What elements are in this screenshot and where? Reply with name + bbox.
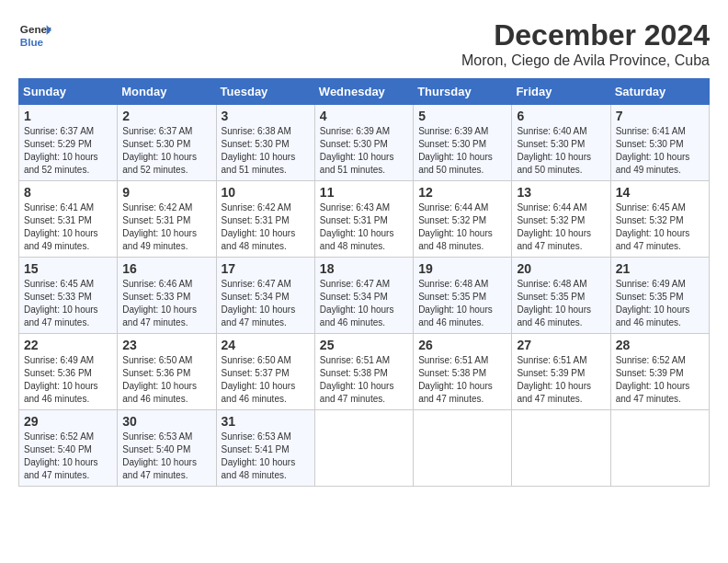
table-row: 30Sunrise: 6:53 AM Sunset: 5:40 PM Dayli… bbox=[118, 410, 216, 487]
col-sunday: Sunday bbox=[19, 79, 118, 105]
page-header: General Blue December 2024 Moron, Ciego … bbox=[18, 18, 710, 69]
day-info: Sunrise: 6:50 AM Sunset: 5:36 PM Dayligh… bbox=[122, 354, 210, 406]
table-row: 5Sunrise: 6:39 AM Sunset: 5:30 PM Daylig… bbox=[414, 105, 512, 181]
day-info: Sunrise: 6:53 AM Sunset: 5:41 PM Dayligh… bbox=[222, 431, 310, 482]
day-number: 2 bbox=[122, 109, 210, 123]
day-number: 21 bbox=[616, 261, 704, 276]
table-row: 17Sunrise: 6:47 AM Sunset: 5:34 PM Dayli… bbox=[216, 258, 314, 334]
day-number: 11 bbox=[320, 185, 408, 200]
calendar-week-row: 22Sunrise: 6:49 AM Sunset: 5:36 PM Dayli… bbox=[19, 334, 710, 410]
table-row: 9Sunrise: 6:42 AM Sunset: 5:31 PM Daylig… bbox=[118, 181, 216, 258]
table-row: 2Sunrise: 6:37 AM Sunset: 5:30 PM Daylig… bbox=[118, 105, 216, 181]
table-row: 23Sunrise: 6:50 AM Sunset: 5:36 PM Dayli… bbox=[118, 334, 216, 410]
day-number: 13 bbox=[517, 185, 605, 200]
day-number: 9 bbox=[122, 185, 210, 200]
day-info: Sunrise: 6:42 AM Sunset: 5:31 PM Dayligh… bbox=[222, 201, 310, 253]
day-number: 6 bbox=[517, 109, 605, 123]
day-number: 19 bbox=[418, 261, 506, 276]
table-row: 29Sunrise: 6:52 AM Sunset: 5:40 PM Dayli… bbox=[19, 410, 118, 487]
day-info: Sunrise: 6:52 AM Sunset: 5:39 PM Dayligh… bbox=[616, 354, 704, 406]
day-number: 12 bbox=[418, 185, 506, 200]
day-info: Sunrise: 6:48 AM Sunset: 5:35 PM Dayligh… bbox=[517, 278, 605, 329]
day-info: Sunrise: 6:41 AM Sunset: 5:31 PM Dayligh… bbox=[24, 201, 112, 253]
day-info: Sunrise: 6:51 AM Sunset: 5:38 PM Dayligh… bbox=[320, 354, 408, 406]
table-row: 3Sunrise: 6:38 AM Sunset: 5:30 PM Daylig… bbox=[216, 105, 314, 181]
day-number: 26 bbox=[418, 338, 506, 352]
table-row: 10Sunrise: 6:42 AM Sunset: 5:31 PM Dayli… bbox=[216, 181, 314, 258]
table-row: 25Sunrise: 6:51 AM Sunset: 5:38 PM Dayli… bbox=[314, 334, 413, 410]
table-row: 1Sunrise: 6:37 AM Sunset: 5:29 PM Daylig… bbox=[19, 105, 118, 181]
day-number: 8 bbox=[24, 185, 112, 200]
day-info: Sunrise: 6:40 AM Sunset: 5:30 PM Dayligh… bbox=[517, 125, 605, 177]
title-block: December 2024 Moron, Ciego de Avila Prov… bbox=[461, 18, 710, 69]
svg-text:Blue: Blue bbox=[20, 36, 44, 48]
table-row: 13Sunrise: 6:44 AM Sunset: 5:32 PM Dayli… bbox=[512, 181, 610, 258]
table-row: 8Sunrise: 6:41 AM Sunset: 5:31 PM Daylig… bbox=[19, 181, 118, 258]
col-tuesday: Tuesday bbox=[216, 79, 314, 105]
day-info: Sunrise: 6:37 AM Sunset: 5:30 PM Dayligh… bbox=[122, 125, 210, 177]
table-row: 31Sunrise: 6:53 AM Sunset: 5:41 PM Dayli… bbox=[216, 410, 314, 487]
day-number: 5 bbox=[418, 109, 506, 123]
col-monday: Monday bbox=[118, 79, 216, 105]
day-number: 17 bbox=[222, 261, 310, 276]
day-info: Sunrise: 6:46 AM Sunset: 5:33 PM Dayligh… bbox=[122, 278, 210, 329]
table-row bbox=[414, 410, 512, 487]
day-number: 14 bbox=[616, 185, 704, 200]
table-row bbox=[610, 410, 709, 487]
day-info: Sunrise: 6:52 AM Sunset: 5:40 PM Dayligh… bbox=[24, 431, 112, 482]
col-friday: Friday bbox=[512, 79, 610, 105]
table-row bbox=[512, 410, 610, 487]
day-number: 16 bbox=[122, 261, 210, 276]
table-row: 26Sunrise: 6:51 AM Sunset: 5:38 PM Dayli… bbox=[414, 334, 512, 410]
calendar-week-row: 29Sunrise: 6:52 AM Sunset: 5:40 PM Dayli… bbox=[19, 410, 710, 487]
col-wednesday: Wednesday bbox=[314, 79, 413, 105]
day-info: Sunrise: 6:51 AM Sunset: 5:38 PM Dayligh… bbox=[418, 354, 506, 406]
table-row bbox=[314, 410, 413, 487]
day-number: 25 bbox=[320, 338, 408, 352]
day-info: Sunrise: 6:47 AM Sunset: 5:34 PM Dayligh… bbox=[320, 278, 408, 329]
calendar-week-row: 8Sunrise: 6:41 AM Sunset: 5:31 PM Daylig… bbox=[19, 181, 710, 258]
table-row: 19Sunrise: 6:48 AM Sunset: 5:35 PM Dayli… bbox=[414, 258, 512, 334]
day-info: Sunrise: 6:39 AM Sunset: 5:30 PM Dayligh… bbox=[320, 125, 408, 177]
day-info: Sunrise: 6:49 AM Sunset: 5:36 PM Dayligh… bbox=[24, 354, 112, 406]
day-number: 10 bbox=[222, 185, 310, 200]
day-number: 3 bbox=[222, 109, 310, 123]
day-info: Sunrise: 6:53 AM Sunset: 5:40 PM Dayligh… bbox=[122, 431, 210, 482]
table-row: 28Sunrise: 6:52 AM Sunset: 5:39 PM Dayli… bbox=[610, 334, 709, 410]
day-number: 29 bbox=[24, 414, 112, 429]
table-row: 18Sunrise: 6:47 AM Sunset: 5:34 PM Dayli… bbox=[314, 258, 413, 334]
table-row: 15Sunrise: 6:45 AM Sunset: 5:33 PM Dayli… bbox=[19, 258, 118, 334]
table-row: 14Sunrise: 6:45 AM Sunset: 5:32 PM Dayli… bbox=[610, 181, 709, 258]
day-info: Sunrise: 6:44 AM Sunset: 5:32 PM Dayligh… bbox=[517, 201, 605, 253]
calendar-week-row: 15Sunrise: 6:45 AM Sunset: 5:33 PM Dayli… bbox=[19, 258, 710, 334]
logo: General Blue bbox=[18, 18, 51, 52]
table-row: 7Sunrise: 6:41 AM Sunset: 5:30 PM Daylig… bbox=[610, 105, 709, 181]
day-info: Sunrise: 6:50 AM Sunset: 5:37 PM Dayligh… bbox=[222, 354, 310, 406]
table-row: 24Sunrise: 6:50 AM Sunset: 5:37 PM Dayli… bbox=[216, 334, 314, 410]
location-title: Moron, Ciego de Avila Province, Cuba bbox=[461, 52, 710, 69]
calendar-week-row: 1Sunrise: 6:37 AM Sunset: 5:29 PM Daylig… bbox=[19, 105, 710, 181]
table-row: 21Sunrise: 6:49 AM Sunset: 5:35 PM Dayli… bbox=[610, 258, 709, 334]
day-number: 18 bbox=[320, 261, 408, 276]
col-thursday: Thursday bbox=[414, 79, 512, 105]
day-info: Sunrise: 6:44 AM Sunset: 5:32 PM Dayligh… bbox=[418, 201, 506, 253]
day-info: Sunrise: 6:45 AM Sunset: 5:32 PM Dayligh… bbox=[616, 201, 704, 253]
day-info: Sunrise: 6:51 AM Sunset: 5:39 PM Dayligh… bbox=[517, 354, 605, 406]
day-number: 31 bbox=[222, 414, 310, 429]
table-row: 11Sunrise: 6:43 AM Sunset: 5:31 PM Dayli… bbox=[314, 181, 413, 258]
table-row: 27Sunrise: 6:51 AM Sunset: 5:39 PM Dayli… bbox=[512, 334, 610, 410]
day-number: 20 bbox=[517, 261, 605, 276]
logo-icon: General Blue bbox=[18, 18, 51, 52]
day-info: Sunrise: 6:48 AM Sunset: 5:35 PM Dayligh… bbox=[418, 278, 506, 329]
table-row: 20Sunrise: 6:48 AM Sunset: 5:35 PM Dayli… bbox=[512, 258, 610, 334]
day-info: Sunrise: 6:42 AM Sunset: 5:31 PM Dayligh… bbox=[122, 201, 210, 253]
table-row: 6Sunrise: 6:40 AM Sunset: 5:30 PM Daylig… bbox=[512, 105, 610, 181]
day-number: 1 bbox=[24, 109, 112, 123]
day-number: 22 bbox=[24, 338, 112, 352]
day-number: 4 bbox=[320, 109, 408, 123]
day-number: 7 bbox=[616, 109, 704, 123]
day-number: 30 bbox=[122, 414, 210, 429]
calendar-table: Sunday Monday Tuesday Wednesday Thursday… bbox=[18, 78, 710, 487]
col-saturday: Saturday bbox=[610, 79, 709, 105]
day-info: Sunrise: 6:37 AM Sunset: 5:29 PM Dayligh… bbox=[24, 125, 112, 177]
